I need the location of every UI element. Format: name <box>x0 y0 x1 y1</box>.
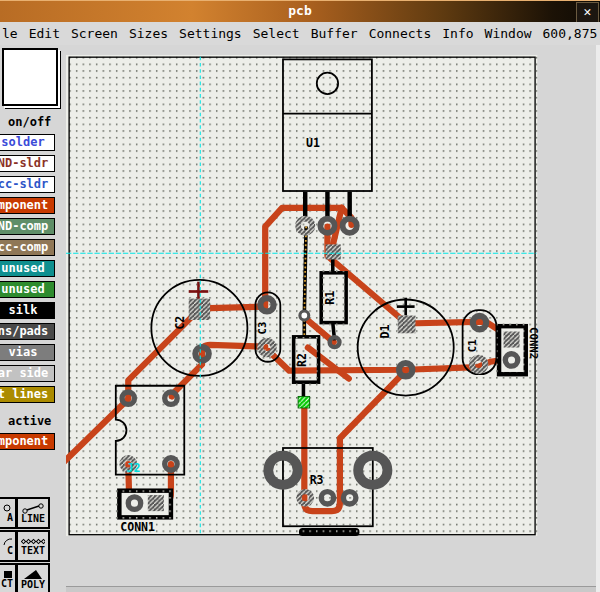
r2-refdes: R2 <box>295 353 309 367</box>
r1-refdes: R1 <box>323 291 337 305</box>
conn1-pad1[interactable] <box>148 495 164 511</box>
pcb-canvas[interactable]: U1 R1 R2 <box>66 45 596 586</box>
selected-pad[interactable] <box>298 396 310 408</box>
conn1-refdes: CONN1 <box>120 520 155 534</box>
active-label: active <box>0 413 66 429</box>
d1-pad1[interactable] <box>398 316 416 334</box>
layer-button-silk[interactable]: silk <box>0 302 55 319</box>
title-bar[interactable]: pcb ✕ <box>0 0 600 23</box>
r1-pad1[interactable] <box>326 244 341 259</box>
tool-via-button[interactable]: A <box>0 497 17 529</box>
conn2-refdes: CONN2 <box>527 327 540 359</box>
onoff-label: on/off <box>0 114 66 130</box>
close-icon[interactable]: ✕ <box>576 2 599 23</box>
layer-button-rat-lines[interactable]: t lines <box>0 386 55 403</box>
d1-refdes: D1 <box>378 325 392 339</box>
menu-buffer[interactable]: Buffer <box>311 26 358 41</box>
layer-button-gnd-comp[interactable]: ND-comp <box>0 218 55 235</box>
j2-refdes: J2 <box>126 461 140 475</box>
layer-button-unused-2[interactable]: unused <box>0 281 55 298</box>
c1-refdes: C1 <box>466 339 479 352</box>
tool-rect-button[interactable]: CT <box>0 563 17 592</box>
layer-button-solder[interactable]: solder <box>0 134 55 151</box>
menu-settings[interactable]: Settings <box>179 26 242 41</box>
layer-button-far-side[interactable]: ar side <box>0 365 55 382</box>
layer-button-vcc-sldr[interactable]: cc-sldr <box>0 176 55 193</box>
pcb-app-window: pcb ✕ le Edit Screen Sizes Settings Sele… <box>0 0 600 592</box>
layer-list: on/off solder ND-sldr cc-sldr mponent ND… <box>0 114 66 454</box>
menu-screen[interactable]: Screen <box>71 26 118 41</box>
right-scroll-strip[interactable] <box>596 45 600 592</box>
tool-text-button[interactable]: TEXT <box>16 530 50 562</box>
c2-pad1[interactable] <box>189 299 210 320</box>
menu-file[interactable]: le <box>2 26 18 41</box>
r2-pad1[interactable] <box>300 311 309 320</box>
c3-refdes: C3 <box>256 322 269 335</box>
bottom-scroll-strip[interactable] <box>66 586 600 592</box>
menu-window[interactable]: Window <box>485 26 532 41</box>
layer-button-pins-pads[interactable]: ns/pads <box>0 323 55 340</box>
menu-connects[interactable]: Connects <box>369 26 432 41</box>
menu-select[interactable]: Select <box>253 26 300 41</box>
window-title: pcb <box>0 3 600 18</box>
conn2-pad1[interactable] <box>504 332 520 348</box>
layer-button-gnd-sldr[interactable]: ND-sldr <box>0 155 55 172</box>
tool-arc-button[interactable]: C <box>0 530 17 562</box>
r3-refdes: R3 <box>310 473 324 487</box>
tool-line-button[interactable]: LINE <box>16 497 50 529</box>
layer-button-unused-1[interactable]: unused <box>0 260 55 277</box>
poly-icon <box>22 569 44 580</box>
line-icon <box>21 503 45 514</box>
layer-button-vias[interactable]: vias <box>0 344 55 361</box>
board-preview[interactable] <box>2 48 58 106</box>
r3-shaft <box>299 528 359 536</box>
tool-poly-button[interactable]: POLY <box>16 563 50 592</box>
side-panel: on/off solder ND-sldr cc-sldr mponent ND… <box>0 45 66 592</box>
c2-refdes: C2 <box>173 316 187 330</box>
menu-sizes[interactable]: Sizes <box>129 26 168 41</box>
cursor-coordinates: 600,875 <box>543 26 598 41</box>
menu-bar: le Edit Screen Sizes Settings Select Buf… <box>0 22 600 45</box>
active-layer-button[interactable]: mponent <box>0 433 55 450</box>
menu-edit[interactable]: Edit <box>29 26 60 41</box>
u1-refdes: U1 <box>306 136 320 150</box>
menu-info[interactable]: Info <box>442 26 473 41</box>
layer-button-component[interactable]: mponent <box>0 197 55 214</box>
layer-button-vcc-comp[interactable]: cc-comp <box>0 239 55 256</box>
